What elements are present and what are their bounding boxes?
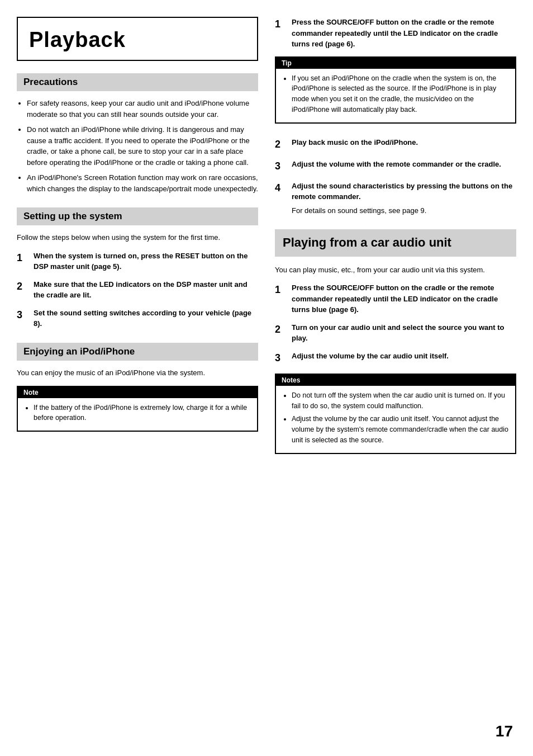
step-1: 1 When the system is turned on, press th… bbox=[17, 251, 258, 272]
right-column: 1 Press the SOURCE/OFF button on the cra… bbox=[275, 17, 516, 467]
enjoying-header: Enjoying an iPod/iPhone bbox=[17, 343, 258, 361]
ipod-step-3: 3 Adjust the volume with the remote comm… bbox=[275, 159, 516, 174]
ipod-step1-block: 1 Press the SOURCE/OFF button on the cra… bbox=[275, 17, 516, 124]
car-step-3-number: 3 bbox=[275, 351, 289, 366]
precautions-list: For safety reasons, keep your car audio … bbox=[17, 98, 258, 194]
car-step-1-number: 1 bbox=[275, 282, 289, 297]
car-step-3-text: Adjust the volume by the car audio unit … bbox=[292, 351, 449, 362]
car-audio-body: You can play music, etc., from your car … bbox=[275, 264, 516, 276]
ipod-step-1: 1 Press the SOURCE/OFF button on the cra… bbox=[275, 17, 516, 50]
car-step-1-text: Press the SOURCE/OFF button on the cradl… bbox=[292, 282, 516, 315]
tip-box: Tip If you set an iPod/iPhone on the cra… bbox=[275, 56, 516, 124]
page-title: Playback bbox=[29, 28, 246, 52]
ipod-step-2-number: 2 bbox=[275, 137, 289, 152]
setting-up-body: Follow the steps below when using the sy… bbox=[17, 232, 258, 244]
title-box: Playback bbox=[17, 17, 258, 61]
precaution-item-2: Do not watch an iPod/iPhone while drivin… bbox=[27, 124, 258, 168]
ipod-step-2-text: Play back music on the iPod/iPhone. bbox=[292, 137, 418, 148]
step-1-text: When the system is turned on, press the … bbox=[34, 251, 258, 272]
notes-item-2: Adjust the volume by the car audio unit … bbox=[292, 414, 508, 445]
ipod-step-4-number: 4 bbox=[275, 181, 289, 196]
precaution-item-3: An iPod/iPhone's Screen Rotation functio… bbox=[27, 172, 258, 194]
ipod-step-1-text: Press the SOURCE/OFF button on the cradl… bbox=[292, 17, 516, 50]
step-1-number: 1 bbox=[17, 251, 31, 266]
tip-header: Tip bbox=[276, 58, 515, 69]
note-header: Note bbox=[18, 387, 257, 398]
precautions-header: Precautions bbox=[17, 73, 258, 91]
tip-content: If you set an iPod/iPhone on the cradle … bbox=[276, 69, 515, 122]
car-audio-section: Playing from a car audio unit You can pl… bbox=[275, 229, 516, 454]
step-2: 2 Make sure that the LED indicators on t… bbox=[17, 279, 258, 301]
note-item-1: If the battery of the iPod/iPhone is ext… bbox=[34, 403, 250, 424]
car-audio-header: Playing from a car audio unit bbox=[275, 229, 516, 257]
ipod-step-1-number: 1 bbox=[275, 17, 289, 32]
notes-box: Notes Do not turn off the system when th… bbox=[275, 374, 516, 454]
setting-up-header: Setting up the system bbox=[17, 207, 258, 225]
notes-content: Do not turn off the system when the car … bbox=[276, 386, 515, 453]
step-3: 3 Set the sound setting switches accordi… bbox=[17, 308, 258, 329]
page-number: 17 bbox=[496, 722, 513, 740]
left-column: Playback Precautions For safety reasons,… bbox=[17, 17, 258, 467]
precautions-section: Precautions For safety reasons, keep you… bbox=[17, 73, 258, 194]
notes-header: Notes bbox=[276, 375, 515, 386]
note-box: Note If the battery of the iPod/iPhone i… bbox=[17, 386, 258, 432]
step-2-number: 2 bbox=[17, 279, 31, 294]
notes-item-1: Do not turn off the system when the car … bbox=[292, 390, 508, 412]
ipod-steps-234: 2 Play back music on the iPod/iPhone. 3 … bbox=[275, 137, 516, 216]
car-step-2-text: Turn on your car audio unit and select t… bbox=[292, 322, 516, 344]
car-step-2: 2 Turn on your car audio unit and select… bbox=[275, 322, 516, 344]
ipod-step-3-text: Adjust the volume with the remote comman… bbox=[292, 159, 501, 170]
note-content: If the battery of the iPod/iPhone is ext… bbox=[18, 398, 257, 431]
car-step-2-number: 2 bbox=[275, 322, 289, 337]
step-2-text: Make sure that the LED indicators on the… bbox=[34, 279, 258, 301]
step-3-text: Set the sound setting switches according… bbox=[34, 308, 258, 329]
enjoying-body: You can enjoy the music of an iPod/iPhon… bbox=[17, 367, 258, 379]
setting-up-steps: 1 When the system is turned on, press th… bbox=[17, 251, 258, 329]
ipod-step-4: 4 Adjust the sound characteristics by pr… bbox=[275, 181, 516, 216]
setting-up-section: Setting up the system Follow the steps b… bbox=[17, 207, 258, 329]
car-step-3: 3 Adjust the volume by the car audio uni… bbox=[275, 351, 516, 366]
enjoying-section: Enjoying an iPod/iPhone You can enjoy th… bbox=[17, 343, 258, 432]
ipod-step-4-subtext: For details on sound settings, see page … bbox=[292, 205, 426, 216]
ipod-step-2: 2 Play back music on the iPod/iPhone. bbox=[275, 137, 516, 152]
ipod-step-3-number: 3 bbox=[275, 159, 289, 174]
tip-item-1: If you set an iPod/iPhone on the cradle … bbox=[292, 73, 508, 115]
precaution-item-1: For safety reasons, keep your car audio … bbox=[27, 98, 258, 120]
step-3-number: 3 bbox=[17, 308, 31, 323]
ipod-step-4-text: Adjust the sound characteristics by pres… bbox=[292, 181, 516, 202]
car-step-1: 1 Press the SOURCE/OFF button on the cra… bbox=[275, 282, 516, 315]
